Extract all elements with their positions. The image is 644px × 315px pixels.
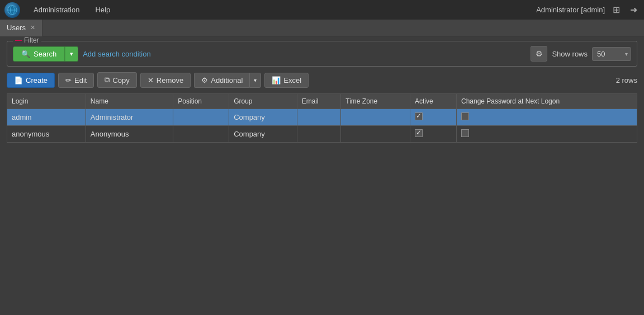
- app-logo: [4, 2, 20, 18]
- additional-btn-group: ⚙ Additional ▾: [194, 73, 261, 88]
- filter-collapse-icon[interactable]: —: [15, 36, 22, 44]
- show-rows-label: Show rows: [552, 50, 588, 58]
- search-dropdown-button[interactable]: ▾: [65, 46, 78, 62]
- position-cell: [173, 126, 229, 143]
- top-nav: Administration Help Administrator [admin…: [0, 0, 644, 20]
- tab-close-icon[interactable]: ✕: [30, 24, 35, 31]
- search-button[interactable]: 🔍 Search: [13, 46, 65, 62]
- copy-icon: ⧉: [105, 76, 110, 84]
- filter-settings-button[interactable]: ⚙: [531, 46, 547, 62]
- tab-bar: Users ✕: [0, 20, 644, 36]
- additional-dropdown-button[interactable]: ▾: [249, 73, 261, 88]
- email-cell: [297, 109, 341, 126]
- add-condition-link[interactable]: Add search condition: [83, 50, 150, 58]
- excel-button[interactable]: 📊 Excel: [264, 73, 309, 88]
- group-cell: Company: [229, 126, 297, 143]
- col-timezone: Time Zone: [341, 94, 410, 109]
- remove-icon: ✕: [148, 76, 154, 84]
- search-icon: 🔍: [21, 50, 30, 58]
- create-label: Create: [26, 76, 48, 84]
- search-btn-group: 🔍 Search ▾: [13, 46, 78, 62]
- excel-icon: 📊: [272, 76, 281, 84]
- logout-icon[interactable]: ➜: [628, 2, 640, 17]
- copy-button[interactable]: ⧉ Copy: [97, 72, 136, 88]
- position-cell: [173, 109, 229, 126]
- rows-count: 2 rows: [616, 76, 637, 84]
- change-password-checkbox: [461, 129, 469, 137]
- remove-button[interactable]: ✕ Remove: [140, 73, 191, 88]
- col-login: Login: [7, 94, 86, 109]
- rows-select-wrapper: 10 25 50 100 200 ▾: [592, 47, 631, 61]
- active-checkbox: [415, 129, 423, 137]
- filter-legend-label: Filter: [24, 36, 39, 44]
- edit-label: Edit: [74, 76, 87, 84]
- email-cell: [297, 126, 341, 143]
- col-active: Active: [410, 94, 456, 109]
- col-group: Group: [229, 94, 297, 109]
- search-button-label: Search: [34, 50, 56, 58]
- tab-users-label: Users: [7, 23, 26, 32]
- excel-label: Excel: [283, 76, 301, 84]
- filter-right: ⚙ Show rows 10 25 50 100 200 ▾: [531, 46, 631, 62]
- nav-administration[interactable]: Administration: [26, 0, 87, 20]
- additional-gear-icon: ⚙: [201, 76, 208, 84]
- copy-label: Copy: [112, 76, 129, 84]
- user-label: Administrator [admin]: [536, 6, 605, 14]
- col-position: Position: [173, 94, 229, 109]
- login-cell: admin: [7, 109, 86, 126]
- filter-legend: — Filter: [13, 36, 41, 44]
- col-email: Email: [297, 94, 341, 109]
- tab-users[interactable]: Users ✕: [0, 20, 42, 36]
- remove-label: Remove: [157, 76, 183, 84]
- login-cell: anonymous: [7, 126, 86, 143]
- name-cell: Administrator: [86, 109, 173, 126]
- users-table: Login Name Position Group Email Time Zon…: [7, 93, 637, 143]
- nav-right: Administrator [admin] ⊞ ➜: [536, 2, 640, 17]
- active-checkbox: [415, 112, 423, 120]
- filter-box: — Filter 🔍 Search ▾ Add search condition…: [7, 41, 637, 67]
- timezone-cell: [341, 126, 410, 143]
- main-content: — Filter 🔍 Search ▾ Add search condition…: [0, 36, 644, 147]
- table-row[interactable]: adminAdministratorCompany: [7, 109, 637, 126]
- create-button[interactable]: 📄 Create: [7, 73, 55, 88]
- name-cell: Anonymous: [86, 126, 173, 143]
- grid-icon[interactable]: ⊞: [610, 2, 622, 17]
- create-icon: 📄: [14, 76, 23, 84]
- table-row[interactable]: anonymousAnonymousCompany: [7, 126, 637, 143]
- col-name: Name: [86, 94, 173, 109]
- edit-icon: ✏: [65, 76, 72, 84]
- rows-select[interactable]: 10 25 50 100 200: [592, 47, 631, 61]
- col-change-password: Change Password at Next Logon: [456, 94, 637, 109]
- timezone-cell: [341, 109, 410, 126]
- change-password-checkbox: [461, 112, 469, 120]
- additional-label: Additional: [211, 76, 243, 84]
- nav-help[interactable]: Help: [87, 0, 118, 20]
- table-header-row: Login Name Position Group Email Time Zon…: [7, 94, 637, 109]
- filter-row: 🔍 Search ▾ Add search condition ⚙ Show r…: [13, 46, 631, 62]
- additional-button[interactable]: ⚙ Additional: [194, 73, 249, 88]
- edit-button[interactable]: ✏ Edit: [58, 73, 94, 88]
- toolbar: 📄 Create ✏ Edit ⧉ Copy ✕ Remove ⚙ Additi…: [7, 72, 637, 88]
- group-cell: Company: [229, 109, 297, 126]
- filter-left: 🔍 Search ▾ Add search condition: [13, 46, 151, 62]
